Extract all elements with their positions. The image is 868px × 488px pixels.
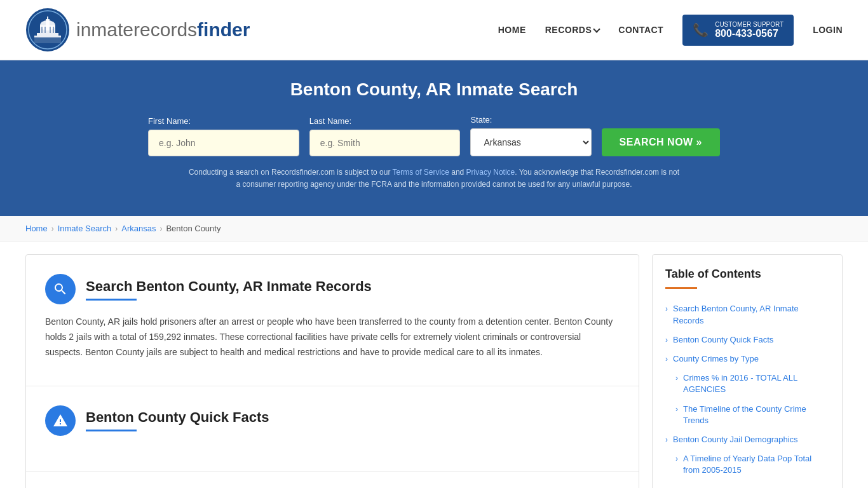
- toc-chevron-icon-2: ›: [665, 336, 668, 344]
- alert-icon: [53, 413, 68, 428]
- first-name-input[interactable]: [148, 130, 299, 156]
- nav-records[interactable]: RECORDS: [545, 25, 600, 35]
- svg-rect-12: [34, 38, 61, 43]
- toc-chevron-icon-5: ›: [675, 405, 678, 414]
- phone-icon: 📞: [693, 22, 709, 37]
- site-header: inmaterecordsfinder HOME RECORDS CONTACT…: [0, 0, 868, 60]
- search-hero: Benton County, AR Inmate Search First Na…: [0, 60, 868, 216]
- toc-chevron-icon-4: ›: [675, 374, 678, 383]
- inmate-records-section: Search Benton County, AR Inmate Records …: [26, 255, 639, 386]
- title-underline: [86, 299, 137, 301]
- toc-chevron-icon-6: ›: [665, 435, 668, 444]
- section-title-records: Search Benton County, AR Inmate Records: [86, 278, 372, 301]
- toc-item-timeline-pop[interactable]: › A Timeline of Yearly Data Pop Total fr…: [665, 449, 829, 480]
- search-now-button[interactable]: SEARCH NOW »: [602, 128, 720, 156]
- toc-link-3: County Crimes by Type: [673, 353, 759, 365]
- toc-chevron-icon-7: ›: [675, 454, 678, 463]
- toc-chevron-icon-3: ›: [665, 355, 668, 363]
- main-content: Search Benton County, AR Inmate Records …: [0, 241, 868, 488]
- last-name-input[interactable]: [309, 130, 461, 156]
- toc-link-6: Benton County Jail Demographics: [673, 434, 798, 445]
- breadcrumb-sep-1: ›: [51, 224, 54, 233]
- svg-rect-11: [53, 27, 54, 33]
- search-section-icon: [45, 274, 76, 304]
- toc-link-7: A Timeline of Yearly Data Pop Total from…: [683, 453, 829, 476]
- logo-icon: [25, 8, 70, 52]
- records-chevron-down-icon: [593, 25, 600, 32]
- magnifier-icon: [53, 281, 68, 297]
- last-name-group: Last Name:: [309, 116, 461, 156]
- privacy-notice-link[interactable]: Privacy Notice: [466, 168, 515, 177]
- info-section-icon: [45, 405, 76, 436]
- state-group: State: Arkansas Alabama Alaska Californi…: [470, 115, 591, 156]
- toc-link-1: Search Benton County, AR Inmate Records: [673, 303, 829, 326]
- facts-title-underline: [86, 430, 137, 431]
- toc-item-crimes-2016[interactable]: › Crimes % in 2016 - TOTAL ALL AGENCIES: [665, 369, 829, 399]
- toc-link-4: Crimes % in 2016 - TOTAL ALL AGENCIES: [683, 372, 829, 395]
- logo[interactable]: inmaterecordsfinder: [25, 8, 250, 52]
- first-name-label: First Name:: [148, 116, 299, 126]
- main-nav: HOME RECORDS CONTACT 📞 CUSTOMER SUPPORT …: [498, 15, 843, 46]
- content-area: Search Benton County, AR Inmate Records …: [25, 254, 639, 488]
- svg-rect-7: [47, 17, 48, 20]
- hero-title: Benton County, AR Inmate Search: [25, 79, 843, 100]
- toc-item-crimes-type[interactable]: › County Crimes by Type: [665, 349, 829, 369]
- breadcrumb-inmate-search[interactable]: Inmate Search: [58, 224, 112, 233]
- toc-link-5: The Timeline of the County Crime Trends: [683, 403, 829, 426]
- section-body-records: Benton County, AR jails hold prisoners a…: [45, 315, 620, 360]
- search-form: First Name: Last Name: State: Arkansas A…: [148, 115, 720, 156]
- first-name-group: First Name:: [148, 116, 299, 156]
- svg-rect-5: [34, 36, 61, 37]
- toc-title: Table of Contents: [665, 268, 829, 281]
- section-header-records: Search Benton County, AR Inmate Records: [45, 274, 620, 304]
- toc-item-inmate-records[interactable]: › Search Benton County, AR Inmate Record…: [665, 299, 829, 330]
- state-select[interactable]: Arkansas Alabama Alaska California Color…: [470, 128, 591, 156]
- state-label: State:: [470, 115, 591, 125]
- quick-facts-section: Benton County Quick Facts: [26, 386, 639, 472]
- nav-home[interactable]: HOME: [498, 25, 526, 35]
- toc-item-quick-facts[interactable]: › Benton County Quick Facts: [665, 330, 829, 349]
- section-title-facts: Benton County Quick Facts: [86, 409, 269, 431]
- terms-of-service-link[interactable]: Terms of Service: [393, 168, 449, 177]
- breadcrumb-home[interactable]: Home: [25, 224, 48, 233]
- svg-rect-10: [50, 27, 51, 33]
- svg-rect-8: [41, 27, 43, 33]
- toc-item-jail-demographics[interactable]: › Benton County Jail Demographics: [665, 430, 829, 449]
- breadcrumb-benton-county: Benton County: [166, 224, 220, 233]
- svg-rect-4: [37, 33, 58, 36]
- section-header-facts: Benton County Quick Facts: [45, 405, 620, 436]
- nav-contact[interactable]: CONTACT: [618, 25, 663, 35]
- svg-rect-9: [44, 27, 46, 33]
- support-info: CUSTOMER SUPPORT 800-433-0567: [715, 21, 783, 39]
- toc-divider: [665, 287, 697, 289]
- toc-item-timeline-crime[interactable]: › The Timeline of the County Crime Trend…: [665, 400, 829, 430]
- customer-support-box[interactable]: 📞 CUSTOMER SUPPORT 800-433-0567: [682, 15, 794, 46]
- toc-box: Table of Contents › Search Benton County…: [652, 254, 843, 488]
- disclaimer-text: Conducting a search on Recordsfinder.com…: [186, 166, 682, 191]
- breadcrumb-sep-2: ›: [115, 224, 118, 233]
- breadcrumb: Home › Inmate Search › Arkansas › Benton…: [0, 216, 868, 241]
- toc-link-2: Benton County Quick Facts: [673, 334, 773, 346]
- logo-text: inmaterecordsfinder: [76, 19, 250, 41]
- last-name-label: Last Name:: [309, 116, 461, 126]
- login-button[interactable]: LOGIN: [813, 25, 843, 35]
- toc-chevron-icon-1: ›: [665, 304, 668, 313]
- sidebar: Table of Contents › Search Benton County…: [652, 254, 843, 488]
- breadcrumb-sep-3: ›: [159, 224, 162, 233]
- breadcrumb-arkansas[interactable]: Arkansas: [121, 224, 156, 233]
